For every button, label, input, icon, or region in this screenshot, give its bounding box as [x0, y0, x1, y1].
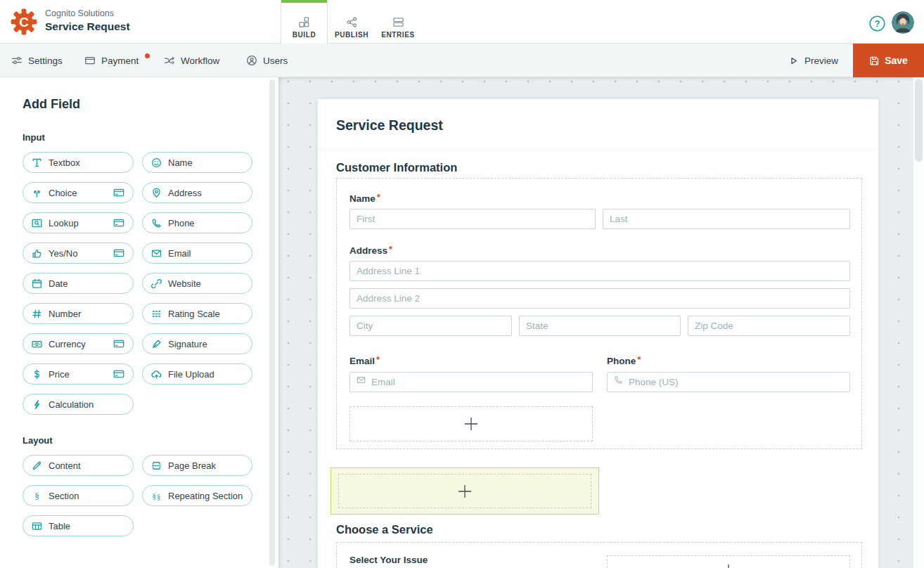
save-button[interactable]: Save: [853, 44, 924, 77]
choice-icon: [31, 187, 43, 199]
tab-label: ENTRIES: [381, 31, 415, 39]
help-question-icon[interactable]: ?: [869, 15, 885, 32]
phone-field-label: Phone*: [607, 356, 641, 366]
add-field-sidebar: Add Field InputTextboxNameChoiceAddressL…: [0, 77, 278, 568]
content-icon: [31, 460, 43, 472]
price-icon: [31, 368, 43, 380]
section-choose-a-service[interactable]: Select Your Issue: [336, 542, 862, 568]
add-field-button-number[interactable]: Number: [23, 303, 134, 324]
phone-input[interactable]: [607, 372, 850, 392]
address-state-input[interactable]: [519, 316, 681, 336]
app-header: C Cognito Solutions Service Request BUIL…: [0, 0, 924, 44]
add-field-button-yes-no[interactable]: Yes/No: [23, 243, 134, 264]
add-field-button-label: Lookup: [49, 218, 79, 228]
payment-icon: [84, 55, 96, 66]
add-field-button-website[interactable]: Website: [142, 273, 252, 294]
toolbar-item-label: Workflow: [181, 56, 219, 66]
lookup-icon: [31, 217, 43, 229]
table-icon: [31, 520, 43, 532]
add-field-button-repeating-section[interactable]: §§Repeating Section: [142, 485, 252, 506]
add-field-placeholder[interactable]: [607, 555, 850, 568]
card-badge-icon: [113, 247, 125, 259]
settings-icon: [11, 55, 23, 66]
field-button-grid: TextboxNameChoiceAddressLookupPhoneYes/N…: [23, 152, 278, 415]
signature-icon: [150, 338, 162, 350]
currency-icon: [31, 338, 43, 350]
toolbar-item-label: Payment: [101, 56, 139, 66]
toolbar-item-settings[interactable]: Settings: [11, 44, 63, 77]
address-city-input[interactable]: [349, 316, 512, 336]
add-field-button-label: Table: [49, 521, 70, 531]
add-field-button-phone[interactable]: Phone: [142, 212, 252, 233]
form-preview-panel: Service Request Customer Information Nam…: [317, 98, 879, 568]
add-field-button-file-upload[interactable]: File Upload: [142, 363, 252, 385]
add-field-button-currency[interactable]: Currency: [23, 333, 134, 354]
add-field-button-lookup[interactable]: Lookup: [23, 212, 134, 233]
tab-label: BUILD: [293, 31, 316, 39]
email-input[interactable]: [349, 372, 593, 392]
insert-field-dropzone[interactable]: [338, 474, 591, 508]
section-icon: §: [31, 490, 43, 502]
name-first-input[interactable]: [349, 209, 596, 229]
plus-icon: [463, 416, 479, 432]
add-field-button-label: Date: [49, 278, 68, 289]
tab-entries[interactable]: ENTRIES: [376, 0, 421, 44]
add-field-button-choice[interactable]: Choice: [23, 182, 134, 203]
save-label: Save: [885, 55, 908, 66]
file-upload-icon: [150, 368, 162, 380]
address-line1-input[interactable]: [349, 261, 850, 281]
toolbar-item-label: Users: [263, 56, 288, 66]
canvas-scrollbar-track[interactable]: [913, 77, 924, 568]
form-name-title: Service Request: [45, 21, 130, 32]
address-zip-input[interactable]: [688, 316, 850, 336]
name-last-input[interactable]: [603, 209, 850, 229]
add-field-button-date[interactable]: Date: [23, 273, 134, 294]
add-field-button-price[interactable]: Price: [23, 363, 134, 385]
toolbar-item-label: Settings: [28, 56, 63, 66]
add-field-button-rating-scale[interactable]: Rating Scale: [142, 303, 252, 324]
entries-icon: [392, 15, 404, 28]
canvas-scrollbar-thumb[interactable]: [915, 79, 923, 162]
add-field-button-email[interactable]: Email: [142, 243, 252, 264]
add-field-button-calculation[interactable]: Calculation: [23, 394, 134, 415]
add-field-button-content[interactable]: Content: [23, 455, 134, 476]
add-field-button-address[interactable]: Address: [142, 182, 252, 203]
add-field-button-table[interactable]: Table: [23, 515, 134, 536]
build-icon: [298, 15, 310, 28]
address-line2-input[interactable]: [349, 288, 850, 309]
add-field-button-section[interactable]: §Section: [23, 485, 134, 506]
calculation-icon: [31, 399, 43, 411]
card-badge-icon: [113, 187, 125, 199]
add-field-button-page-break[interactable]: Page Break: [142, 455, 252, 476]
add-field-button-signature[interactable]: Signature: [142, 333, 252, 354]
email-icon: [150, 247, 162, 259]
add-field-button-label: Repeating Section: [168, 491, 243, 501]
add-field-placeholder[interactable]: [349, 406, 593, 441]
add-field-button-label: Calculation: [49, 399, 94, 410]
toolbar-item-payment[interactable]: Payment: [84, 44, 150, 77]
toolbar-item-workflow[interactable]: Workflow: [164, 44, 219, 77]
tab-build[interactable]: BUILD: [281, 0, 328, 44]
yesno-icon: [31, 247, 43, 259]
workflow-icon: [164, 55, 175, 66]
tab-publish[interactable]: PUBLISH: [329, 0, 374, 44]
notification-dot: [145, 53, 150, 58]
publish-icon: [346, 15, 358, 28]
add-field-button-textbox[interactable]: Textbox: [23, 152, 134, 173]
sidebar-scrollbar-thumb[interactable]: [269, 79, 275, 566]
preview-button[interactable]: Preview: [788, 44, 838, 77]
add-field-button-label: Price: [49, 369, 70, 380]
card-badge-icon: [113, 338, 125, 350]
add-field-button-label: Website: [168, 278, 201, 289]
user-avatar[interactable]: [892, 11, 914, 34]
toolbar-item-users[interactable]: Users: [246, 44, 288, 77]
name-icon: [150, 157, 162, 169]
add-field-button-name[interactable]: Name: [142, 152, 252, 173]
section-heading-customer-information: Customer Information: [336, 161, 457, 174]
tab-label: PUBLISH: [335, 31, 368, 39]
svg-text:C: C: [19, 15, 29, 30]
card-badge-icon: [113, 217, 125, 229]
insert-field-highlight[interactable]: [331, 467, 599, 515]
section-customer-information[interactable]: Name* Address* Email*: [336, 178, 862, 449]
page-break-icon: [150, 460, 162, 472]
